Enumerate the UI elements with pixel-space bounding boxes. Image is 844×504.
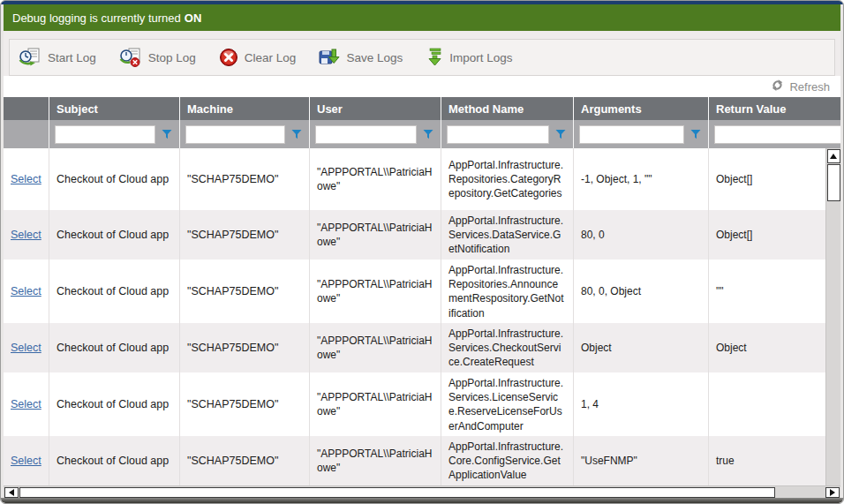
filter-machine-funnel-icon[interactable] — [290, 127, 304, 141]
header-return-value[interactable]: Return Value — [709, 97, 840, 120]
left-arrow-icon — [9, 489, 14, 496]
table-row: Select Checkout of Cloud app "SCHAP75DEM… — [4, 323, 825, 372]
log-toolbar: Start Log — [9, 39, 835, 76]
machine-cell: "SCHAP75DEMO" — [180, 323, 310, 373]
select-link[interactable]: Select — [11, 228, 41, 243]
arguments-cell: -1, Object, 1, "" — [574, 148, 709, 210]
select-cell: Select — [4, 372, 49, 437]
table-row: Select Checkout of Cloud app "SCHAP75DEM… — [4, 372, 825, 436]
start-log-button[interactable]: Start Log — [19, 48, 96, 67]
scroll-up-button[interactable] — [827, 149, 840, 163]
machine-cell: "SCHAP75DEMO" — [180, 372, 310, 437]
table-row: Select Checkout of Cloud app "SCHAP75DEM… — [4, 260, 825, 323]
window-bottom-shadow — [1, 498, 843, 503]
filter-arguments-input[interactable] — [579, 125, 684, 144]
save-logs-icon — [319, 48, 340, 67]
header-method-name[interactable]: Method Name — [441, 97, 574, 120]
select-cell: Select — [4, 260, 49, 324]
select-cell: Select — [4, 436, 49, 485]
import-logs-icon — [426, 48, 443, 67]
header-user[interactable]: User — [310, 97, 441, 120]
select-cell: Select — [4, 148, 49, 210]
filter-method-input[interactable] — [447, 125, 549, 144]
log-grid: Subject Machine User Method Name Argumen… — [4, 97, 840, 498]
table-row: Select Checkout of Cloud app "SCHAP75DEM… — [4, 148, 825, 210]
header-subject[interactable]: Subject — [49, 97, 180, 120]
refresh-label: Refresh — [789, 80, 830, 94]
filter-select-cell — [4, 120, 49, 148]
filter-arguments-cell — [574, 120, 709, 148]
up-arrow-icon — [830, 154, 837, 159]
window-content: Debug logging is currently turned ON — [4, 4, 840, 498]
vertical-scrollbar[interactable] — [825, 148, 840, 485]
refresh-icon — [771, 79, 784, 94]
user-cell: "APPPORTAL\\PatriciaHowe" — [310, 372, 441, 437]
import-logs-label: Import Logs — [449, 51, 512, 64]
filter-arguments-funnel-icon[interactable] — [689, 127, 703, 141]
scroll-right-button[interactable] — [825, 487, 840, 498]
return-value-cell: true — [709, 436, 825, 485]
select-link[interactable]: Select — [11, 397, 41, 412]
method-cell: AppPortal.Infrastructure.Services.DataSe… — [441, 210, 574, 260]
arguments-cell: "UseFNMP" — [574, 436, 709, 485]
filter-user-input[interactable] — [315, 125, 417, 144]
return-value-cell — [709, 372, 825, 437]
vertical-scroll-thumb[interactable] — [827, 164, 840, 201]
select-link[interactable]: Select — [11, 341, 41, 356]
header-machine[interactable]: Machine — [180, 97, 310, 120]
arguments-cell: 1, 4 — [574, 372, 709, 437]
subject-cell: Checkout of Cloud app — [49, 260, 180, 324]
scroll-left-button[interactable] — [4, 487, 19, 498]
filter-machine-input[interactable] — [185, 125, 285, 144]
method-cell: AppPortal.Infrastructure.Repositories.An… — [441, 260, 574, 324]
import-logs-button[interactable]: Import Logs — [426, 48, 512, 67]
filter-subject-funnel-icon[interactable] — [160, 127, 174, 141]
user-cell: "APPPORTAL\\PatriciaHowe" — [310, 210, 441, 260]
filter-method-cell — [441, 120, 574, 148]
user-cell: "APPPORTAL\\PatriciaHowe" — [310, 260, 441, 324]
filter-method-funnel-icon[interactable] — [554, 127, 568, 141]
clear-log-label: Clear Log — [245, 51, 297, 64]
select-link[interactable]: Select — [11, 172, 41, 187]
horizontal-scrollbar[interactable] — [4, 485, 840, 498]
banner-state: ON — [185, 11, 202, 25]
save-logs-button[interactable]: Save Logs — [319, 48, 403, 67]
return-value-cell: Object — [709, 323, 825, 373]
filter-subject-input[interactable] — [55, 125, 155, 144]
select-link[interactable]: Select — [11, 284, 41, 299]
subject-cell: Checkout of Cloud app — [49, 372, 180, 437]
save-logs-label: Save Logs — [346, 51, 403, 64]
subject-cell: Checkout of Cloud app — [49, 436, 180, 485]
banner-text: Debug logging is currently turned — [12, 11, 181, 25]
filter-user-funnel-icon[interactable] — [421, 127, 435, 141]
filter-subject-cell — [49, 120, 180, 148]
clear-log-button[interactable]: Clear Log — [219, 48, 297, 67]
table-row: Select Checkout of Cloud app "SCHAP75DEM… — [4, 210, 825, 260]
stop-log-button[interactable]: Stop Log — [119, 48, 196, 67]
debug-log-window: Debug logging is currently turned ON — [0, 0, 844, 504]
user-cell: "APPPORTAL\\PatriciaHowe" — [310, 436, 441, 485]
user-cell: "APPPORTAL\\PatriciaHowe" — [310, 323, 441, 373]
machine-cell: "SCHAP75DEMO" — [180, 260, 310, 324]
right-arrow-icon — [830, 489, 835, 496]
refresh-bar: Refresh — [4, 76, 840, 97]
method-cell: AppPortal.Infrastructure.Services.Checko… — [441, 323, 574, 373]
user-cell: "APPPORTAL\\PatriciaHowe" — [310, 148, 441, 210]
header-arguments[interactable]: Arguments — [574, 97, 709, 120]
grid-header-row: Subject Machine User Method Name Argumen… — [4, 97, 840, 120]
debug-status-banner: Debug logging is currently turned ON — [4, 4, 840, 31]
select-link[interactable]: Select — [11, 454, 41, 469]
horizontal-scroll-thumb[interactable] — [19, 487, 775, 498]
filter-return-input[interactable] — [714, 125, 840, 144]
toolbar-zone: Start Log — [4, 31, 840, 76]
subject-cell: Checkout of Cloud app — [49, 210, 180, 260]
grid-filter-row — [4, 120, 840, 148]
machine-cell: "SCHAP75DEMO" — [180, 436, 310, 485]
select-cell: Select — [4, 323, 49, 373]
machine-cell: "SCHAP75DEMO" — [180, 210, 310, 260]
refresh-button[interactable]: Refresh — [771, 79, 830, 94]
table-row: Select Checkout of Cloud app "SCHAP75DEM… — [4, 436, 825, 485]
arguments-cell: Object — [574, 323, 709, 373]
filter-return-cell — [709, 120, 840, 148]
method-cell: AppPortal.Infrastructure.Repositories.Ca… — [441, 148, 574, 210]
